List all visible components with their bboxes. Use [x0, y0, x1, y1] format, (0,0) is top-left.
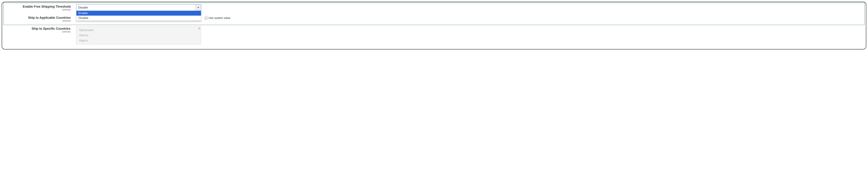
scope-tag: [website]: [7, 20, 71, 22]
side-col: [201, 4, 205, 5]
free-shipping-dropdown: Enable Disable: [76, 10, 201, 21]
use-system-value-label: Use system value: [209, 17, 230, 20]
label-free-shipping-threshold: Enable Free Shipping Threshold: [23, 5, 71, 8]
select-value: Disable: [78, 6, 88, 9]
checkmark-icon: ✓: [205, 17, 207, 19]
scope-tag: [website]: [7, 31, 70, 33]
label-ship-applicable: Ship to Applicable Countries: [28, 16, 71, 20]
use-system-value-checkbox[interactable]: ✓: [205, 17, 208, 20]
scrollbar-thumb[interactable]: [198, 27, 200, 30]
dropdown-option-disable[interactable]: Disable: [76, 15, 201, 21]
row-ship-specific: Ship to Specific Countries [website] Afg…: [3, 26, 865, 44]
highlighted-section: Enable Free Shipping Threshold [website]…: [3, 3, 865, 25]
country-option[interactable]: Algeria: [79, 38, 198, 43]
scope-tag: [website]: [7, 8, 71, 11]
label-ship-specific: Ship to Specific Countries: [32, 27, 70, 30]
chevron-down-icon[interactable]: [195, 4, 201, 11]
country-option[interactable]: Albania: [79, 33, 198, 38]
row-free-shipping-threshold: Enable Free Shipping Threshold [website]…: [7, 4, 861, 11]
label-col: Ship to Specific Countries [website]: [7, 26, 76, 33]
side-col: ✓ Use system value: [201, 15, 230, 20]
label-col: Enable Free Shipping Threshold [website]: [7, 4, 76, 11]
control-col: Disable Enable Disable: [76, 4, 201, 11]
ship-specific-multiselect[interactable]: Afghanistan Albania Algeria: [76, 26, 201, 44]
control-col: Afghanistan Albania Algeria: [76, 26, 201, 44]
free-shipping-threshold-select[interactable]: Disable: [76, 4, 201, 11]
country-option[interactable]: Afghanistan: [79, 28, 198, 33]
side-col: [201, 26, 205, 27]
config-panel-frame: Enable Free Shipping Threshold [website]…: [2, 2, 866, 50]
label-col: Ship to Applicable Countries [website]: [7, 15, 76, 22]
dropdown-option-enable[interactable]: Enable: [76, 11, 201, 15]
